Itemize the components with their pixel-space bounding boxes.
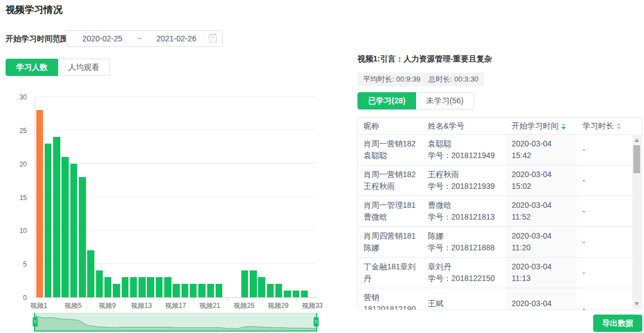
chart-bar[interactable]	[267, 284, 274, 297]
x-axis-tick-label: 视频9	[99, 301, 116, 311]
cell-nickname: 丁金融181章刘丹	[358, 258, 422, 288]
chart-bar[interactable]	[275, 284, 283, 297]
chart-bar[interactable]	[156, 277, 163, 297]
export-data-button[interactable]: 导出数据	[593, 315, 642, 332]
cell-duration: -	[577, 258, 633, 288]
chart-bar[interactable]	[250, 270, 257, 297]
tab-learner-count[interactable]: 学习人数	[6, 59, 58, 76]
cell-nickname: 肖周四营销181陈娜	[358, 227, 422, 257]
chart-bar[interactable]	[53, 137, 60, 297]
cell-duration: -	[577, 196, 633, 226]
chart-bar[interactable]	[182, 284, 189, 297]
date-range-label: 开始学习时间范围	[6, 34, 68, 44]
chart-x-axis: 视频1视频5视频9视频13视频17视频21视频25视频29视频33	[35, 301, 317, 310]
cell-name-id: 王程秋雨学号：2018121939	[422, 165, 506, 196]
chart-bar[interactable]	[45, 144, 52, 297]
student-name: 曹微晗	[428, 199, 500, 211]
tab-average-views[interactable]: 人均观看	[58, 59, 110, 76]
chart-bar[interactable]	[130, 277, 137, 297]
start-date-input[interactable]: 2020-02-25	[72, 34, 133, 43]
y-axis-tick-label: 0	[23, 294, 27, 302]
student-name: 袁聪聪	[428, 138, 500, 150]
sort-icons-start-time[interactable]	[561, 123, 566, 130]
cell-name-id: 袁聪聪学号：2018121949	[422, 135, 506, 165]
chart-bar[interactable]	[207, 284, 214, 297]
cell-duration: -	[577, 135, 633, 165]
x-axis-tick-label: 视频29	[268, 301, 288, 311]
tab-not-learned[interactable]: 未学习(56)	[416, 92, 474, 110]
total-duration-badge: 总时长: 00:3:30	[423, 73, 484, 86]
calendar-icon	[209, 35, 217, 42]
x-axis-tick-label: 视频33	[302, 301, 323, 311]
col-duration: 学习时长	[577, 121, 633, 131]
table-body: 肖周一营销182袁聪聪 袁聪聪学号：2018121949 2020-03-04 …	[358, 135, 642, 310]
chart-metric-tabs: 学习人数 人均观看	[6, 59, 110, 76]
chart-bar[interactable]	[113, 284, 120, 297]
page-title: 视频学习情况	[6, 3, 63, 16]
student-id: 学号：2018121813	[428, 211, 500, 223]
y-axis-tick-label: 5	[23, 260, 27, 268]
chart-bar[interactable]	[79, 177, 86, 297]
table-row: 营销1812018121905王斌 王斌学号：2018121905 2020-0…	[358, 288, 642, 310]
chart-bar[interactable]	[61, 157, 69, 297]
table-row: 肖周四营销181陈娜 陈娜学号：2018121888 2020-03-04 11…	[358, 227, 642, 258]
video-title: 视频1:引言：人力资源管理-重要且复杂	[357, 54, 492, 64]
chart-bar[interactable]	[122, 277, 129, 297]
student-id: 学号：2018122150	[428, 273, 500, 284]
chart-bar[interactable]	[173, 284, 180, 297]
chart-bar[interactable]	[198, 284, 206, 297]
table-row: 丁金融181章刘丹 章刘丹学号：2018122150 2020-03-04 11…	[358, 258, 642, 288]
y-axis-tick-label: 10	[20, 227, 27, 235]
end-date-input[interactable]: 2021-02-26	[146, 34, 207, 43]
date-range-picker[interactable]: 2020-02-25 ~ 2021-02-26	[66, 30, 223, 47]
chart-bar[interactable]	[258, 277, 265, 297]
chart-bar[interactable]	[284, 291, 291, 297]
chart-bar[interactable]	[104, 277, 112, 297]
chart-bar[interactable]	[70, 164, 78, 297]
x-axis-tick-label: 视频25	[233, 301, 254, 311]
chart-bar[interactable]	[293, 291, 300, 297]
y-axis-tick-label: 25	[20, 127, 27, 135]
scroll-up-icon[interactable]	[635, 139, 639, 142]
datazoom-right-handle[interactable]	[314, 317, 319, 327]
chart-plot	[35, 97, 317, 298]
scrollbar-thumb[interactable]	[633, 145, 640, 173]
student-name: 王程秋雨	[428, 169, 500, 180]
cell-nickname: 肖周一营销182袁聪聪	[358, 135, 422, 165]
chart-bar[interactable]	[216, 284, 223, 297]
cell-start-time: 2020-03-04 11:05	[506, 288, 577, 310]
datazoom-preview-area	[35, 313, 317, 332]
chart-y-axis: 051015202530	[8, 97, 30, 298]
chart-bar[interactable]	[164, 277, 171, 297]
y-axis-tick-label: 20	[20, 160, 27, 168]
col-start-time: 开始学习时间	[506, 121, 577, 131]
cell-duration: -	[577, 227, 633, 257]
student-name: 王斌	[428, 298, 500, 310]
x-axis-tick-label: 视频5	[65, 301, 82, 311]
chart-datazoom-slider[interactable]	[35, 313, 317, 331]
cell-nickname: 肖周一营销182王程秋雨	[358, 165, 422, 196]
video-learning-dashboard: 视频学习情况 开始学习时间范围 2020-02-25 ~ 2021-02-26 …	[0, 0, 644, 333]
cell-start-time: 2020-03-04 11:20	[506, 227, 577, 257]
datazoom-left-handle[interactable]	[33, 317, 38, 327]
col-name-id: 姓名&学号	[422, 121, 506, 131]
chart-bar[interactable]	[301, 291, 308, 297]
chart-bar[interactable]	[241, 270, 249, 297]
cell-name-id: 王斌学号：2018121905	[422, 288, 506, 310]
table-row: 肖周一营销182王程秋雨 王程秋雨学号：2018121939 2020-03-0…	[358, 165, 642, 196]
tab-learned[interactable]: 已学习(28)	[357, 92, 416, 110]
student-id: 学号：2018121888	[428, 242, 500, 254]
scroll-down-icon[interactable]	[635, 302, 639, 306]
cell-name-id: 陈娜学号：2018121888	[422, 227, 506, 257]
sort-icons-duration[interactable]	[617, 123, 621, 130]
chart-bar[interactable]	[87, 250, 94, 297]
col-nickname: 昵称	[358, 121, 422, 131]
chart-bar[interactable]	[96, 270, 103, 297]
x-axis-tick-label: 视频1	[30, 301, 47, 311]
chart-bar[interactable]	[139, 277, 146, 297]
chart-bar[interactable]	[190, 284, 197, 297]
table-scrollbar[interactable]	[632, 135, 641, 309]
chart-bar[interactable]	[147, 277, 154, 297]
student-id: 学号：2018121949	[428, 150, 500, 161]
chart-bar[interactable]	[36, 110, 44, 297]
